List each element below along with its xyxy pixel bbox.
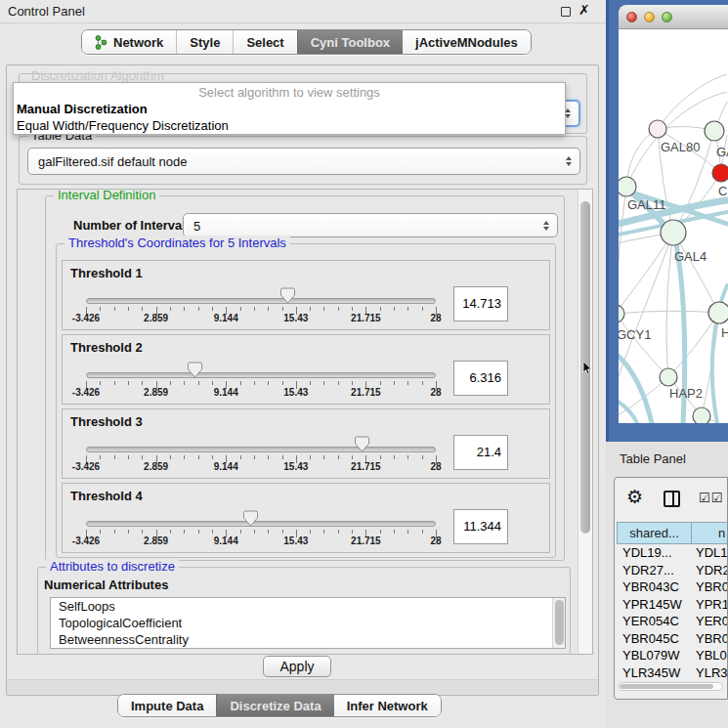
slider-tick	[100, 307, 101, 311]
network-edge[interactable]	[619, 233, 673, 314]
slider-tick	[407, 307, 408, 311]
slider-tick	[114, 455, 115, 459]
slider-track[interactable]	[86, 372, 436, 378]
tab-discretize-data[interactable]: Discretize Data	[216, 695, 333, 716]
slider-tick	[323, 530, 324, 534]
close-traffic-light-icon[interactable]	[626, 12, 637, 22]
threshold-label: Threshold 2	[70, 340, 143, 355]
network-node[interactable]	[712, 164, 728, 182]
combo-arrows-icon	[543, 221, 549, 231]
attribute-list-item[interactable]: BetweennessCentrality	[51, 631, 565, 648]
table-row[interactable]: YBL079WYBL0	[617, 647, 728, 664]
float-window-icon[interactable]	[561, 7, 571, 17]
algorithm-prompt-item[interactable]: Select algorithm to view settings	[14, 83, 565, 101]
tab-select[interactable]: Select	[233, 30, 296, 54]
threshold-value-field[interactable]: 11.344	[453, 509, 508, 544]
slider-track[interactable]	[86, 298, 436, 304]
table-row[interactable]: YLR345WYLR3	[617, 664, 728, 682]
threshold-panel-4: Threshold 4 -3.4262.8599.14415.4321.7152…	[62, 483, 550, 553]
table-horizontal-scrollbar[interactable]	[618, 682, 723, 691]
threshold-value-field[interactable]: 21.4	[453, 435, 508, 470]
network-edge[interactable]	[619, 311, 719, 314]
slider-track[interactable]	[86, 447, 436, 452]
slider-tick	[268, 307, 269, 311]
tick-label: 9.144	[214, 461, 238, 472]
slider-tick	[240, 530, 241, 534]
table-row[interactable]: YDL19...YDL1	[617, 544, 728, 562]
scrollbar-thumb[interactable]	[620, 684, 713, 689]
table-panel-header: Table Panel	[606, 442, 728, 477]
network-node[interactable]	[661, 220, 686, 245]
tick-label: 9.144	[214, 313, 238, 323]
apply-button[interactable]: Apply	[263, 656, 331, 677]
close-icon[interactable]: ✗	[578, 2, 590, 18]
network-node-label: GAL11	[627, 197, 666, 212]
network-node[interactable]	[619, 305, 624, 322]
table-row[interactable]: YBR045CYBR0	[617, 630, 728, 648]
table-row[interactable]: YER054CYER0	[617, 613, 728, 630]
scrollbar-thumb[interactable]	[555, 600, 564, 645]
slider-thumb[interactable]	[355, 436, 369, 453]
tick-label: -3.426	[72, 313, 100, 323]
slider-track[interactable]	[86, 521, 436, 527]
slider-tick	[352, 307, 353, 311]
network-edge[interactable]	[658, 74, 727, 129]
threshold-value-field[interactable]: 14.713	[453, 286, 508, 321]
number-of-intervals-combobox[interactable]: 5	[183, 213, 558, 237]
network-canvas[interactable]: GAL80GALCGAL11GAL4HGCY1HAP2	[619, 29, 728, 423]
attribute-list-item[interactable]: SelfLoops	[51, 598, 565, 615]
settings-vertical-scrollbar[interactable]	[578, 190, 592, 654]
table-row[interactable]: YPR145WYPR1	[617, 596, 728, 614]
attributes-list-scrollbar[interactable]	[552, 598, 565, 648]
network-edge[interactable]	[666, 233, 673, 377]
tab-jactivemnodules[interactable]: jActiveMNodules	[403, 30, 531, 54]
network-node[interactable]	[660, 368, 677, 386]
network-node[interactable]	[619, 177, 636, 196]
slider-tick	[212, 530, 213, 534]
tick-label: 9.144	[214, 535, 238, 546]
numerical-attributes-list[interactable]: SelfLoopsTopologicalCoefficientBetweenne…	[50, 597, 566, 649]
threshold-value-field[interactable]: 6.316	[453, 361, 508, 396]
slider-tick	[422, 307, 423, 311]
network-node[interactable]	[649, 120, 666, 138]
table-row[interactable]: YBR043CYBR0	[617, 578, 728, 596]
tick-label: -3.426	[72, 461, 100, 472]
table-rows: YDL19...YDL1YDR27...YDR2YBR043CYBR0YPR14…	[617, 544, 728, 682]
checkbox-icons[interactable]: ☑☑	[699, 491, 723, 505]
network-edge-highlighted[interactable]	[619, 399, 637, 423]
tab-network[interactable]: Network	[82, 30, 176, 54]
network-node[interactable]	[708, 302, 728, 323]
gear-icon[interactable]: ⚙	[626, 486, 643, 508]
column-header-name[interactable]: n	[692, 522, 728, 544]
control-panel: Control Panel ✗ Network Style Select Cyn…	[0, 0, 606, 728]
algorithm-option-equal-width[interactable]: Equal Width/Frequency Discretization	[14, 117, 565, 134]
slider-thumb[interactable]	[243, 510, 258, 528]
table-panel-title: Table Panel	[620, 451, 686, 466]
zoom-traffic-light-icon[interactable]	[662, 12, 672, 22]
tab-impute-data[interactable]: Impute Data	[118, 695, 216, 716]
network-edge[interactable]	[619, 187, 626, 314]
attributes-group: Attributes to discretize Numerical Attri…	[37, 567, 571, 655]
minimize-traffic-light-icon[interactable]	[644, 12, 655, 22]
table-data-combobox[interactable]: galFiltered.sif default node	[27, 148, 580, 175]
attribute-list-item[interactable]: TopologicalCoefficient	[51, 615, 565, 631]
threshold-panel-1: Threshold 1 -3.4262.8599.14415.4321.7152…	[62, 260, 550, 330]
tab-cyni-toolbox[interactable]: Cyni Toolbox	[297, 30, 403, 54]
table-row[interactable]: YDR27...YDR2	[617, 562, 728, 579]
column-header-shared-name[interactable]: shared...	[617, 522, 692, 544]
slider-thumb[interactable]	[188, 362, 202, 379]
slider-tick	[394, 381, 395, 385]
network-node[interactable]	[693, 407, 710, 423]
tab-infer-network[interactable]: Infer Network	[334, 695, 441, 716]
slider-tick	[240, 381, 241, 385]
network-edge[interactable]	[619, 233, 673, 383]
slider-tick	[352, 530, 353, 534]
algorithm-option-manual[interactable]: Manual Discretization	[14, 101, 565, 117]
tick-label: 2.859	[144, 535, 168, 546]
slider-thumb[interactable]	[280, 287, 295, 305]
slider-tick	[394, 530, 395, 534]
slider-tick	[184, 381, 185, 385]
tab-style[interactable]: Style	[176, 30, 233, 54]
split-columns-icon[interactable]	[664, 491, 680, 507]
network-node[interactable]	[705, 121, 724, 141]
